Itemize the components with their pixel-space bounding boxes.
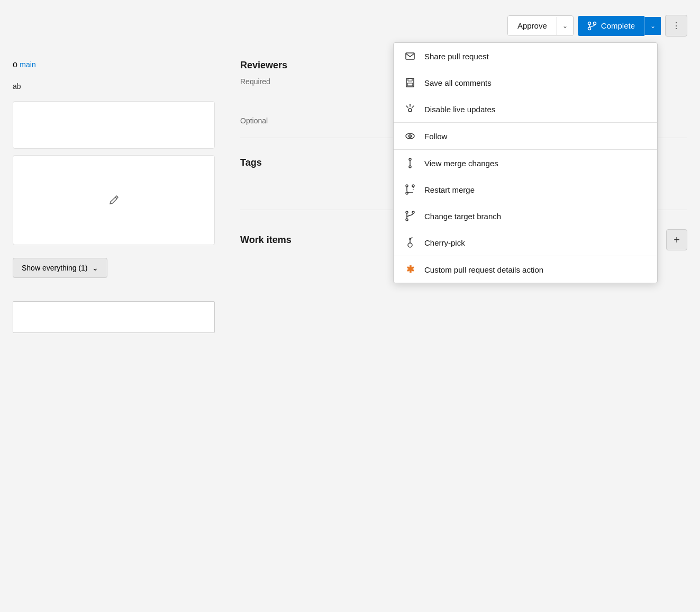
menu-item-custom-action[interactable]: ✱ Custom pull request details action bbox=[394, 256, 657, 283]
show-everything-label: Show everything (1) bbox=[22, 264, 88, 272]
asterisk-icon: ✱ bbox=[404, 264, 416, 275]
approve-chevron-button[interactable]: ⌄ bbox=[557, 17, 573, 35]
menu-label-change-target: Change target branch bbox=[424, 212, 501, 221]
tab-label: ab bbox=[0, 78, 228, 95]
branch-icon bbox=[404, 210, 416, 222]
menu-label-disable-live: Disable live updates bbox=[424, 105, 495, 114]
menu-item-view-merge[interactable]: View merge changes bbox=[394, 150, 657, 176]
work-items-title: Work items bbox=[240, 235, 292, 246]
svg-rect-3 bbox=[406, 53, 414, 59]
svg-point-11 bbox=[410, 136, 411, 137]
svg-point-0 bbox=[588, 22, 590, 24]
eye-icon bbox=[404, 130, 416, 142]
git-branch-icon bbox=[587, 21, 597, 31]
dropdown-menu: Share pull request Save all comments Dis… bbox=[393, 42, 658, 283]
complete-button[interactable]: Complete bbox=[578, 16, 644, 36]
show-everything-chevron: ⌄ bbox=[92, 264, 98, 272]
menu-item-change-target[interactable]: Change target branch bbox=[394, 203, 657, 229]
svg-point-19 bbox=[406, 219, 408, 221]
menu-item-disable-live[interactable]: Disable live updates bbox=[394, 96, 657, 122]
menu-label-restart-merge: Restart merge bbox=[424, 185, 475, 194]
menu-item-follow[interactable]: Follow bbox=[394, 123, 657, 149]
complete-label: Complete bbox=[601, 21, 635, 30]
menu-label-view-merge: View merge changes bbox=[424, 159, 498, 168]
svg-point-13 bbox=[409, 166, 411, 168]
chevron-down-icon: ⌄ bbox=[562, 22, 568, 30]
breadcrumb-prefix: o bbox=[13, 60, 20, 69]
menu-item-cherry-pick[interactable]: Cherry-pick bbox=[394, 229, 657, 256]
breadcrumb: o main bbox=[0, 51, 228, 78]
approve-button-group: Approve ⌄ bbox=[507, 15, 574, 36]
menu-item-save-comments[interactable]: Save all comments bbox=[394, 69, 657, 96]
svg-point-15 bbox=[412, 185, 414, 187]
save-icon bbox=[404, 77, 416, 88]
svg-rect-6 bbox=[407, 83, 413, 86]
add-work-item-button[interactable]: + bbox=[666, 229, 687, 250]
more-options-icon: ⋮ bbox=[672, 21, 680, 30]
breadcrumb-link[interactable]: main bbox=[20, 60, 35, 69]
approve-button[interactable]: Approve bbox=[508, 16, 557, 35]
merge-view-icon bbox=[404, 157, 416, 169]
chevron-down-icon-complete: ⌄ bbox=[650, 22, 656, 30]
cherry-pick-icon bbox=[404, 237, 416, 248]
svg-point-12 bbox=[409, 158, 411, 160]
svg-point-20 bbox=[408, 243, 412, 247]
complete-button-group: Complete ⌄ bbox=[578, 16, 661, 36]
edit-icon bbox=[108, 195, 119, 205]
menu-item-share[interactable]: Share pull request bbox=[394, 43, 657, 69]
plus-icon: + bbox=[674, 234, 680, 246]
envelope-icon bbox=[404, 50, 416, 62]
menu-label-cherry-pick: Cherry-pick bbox=[424, 238, 465, 247]
svg-point-2 bbox=[588, 27, 590, 30]
svg-point-18 bbox=[412, 211, 414, 213]
svg-point-1 bbox=[593, 22, 596, 24]
complete-chevron-button[interactable]: ⌄ bbox=[644, 17, 661, 35]
menu-label-follow: Follow bbox=[424, 132, 447, 141]
card-edit bbox=[13, 155, 215, 245]
menu-label-custom-action: Custom pull request details action bbox=[424, 265, 543, 274]
menu-label-save-comments: Save all comments bbox=[424, 78, 492, 87]
more-options-button[interactable]: ⋮ bbox=[665, 15, 687, 37]
svg-point-8 bbox=[410, 104, 411, 105]
svg-point-7 bbox=[408, 109, 412, 112]
svg-point-17 bbox=[406, 211, 408, 213]
restart-merge-icon bbox=[404, 184, 416, 195]
left-panel: o main ab Show everything (1) ⌄ bbox=[0, 51, 228, 339]
text-input[interactable] bbox=[13, 301, 215, 333]
svg-point-14 bbox=[406, 185, 408, 187]
show-everything-button[interactable]: Show everything (1) ⌄ bbox=[13, 258, 107, 278]
menu-item-restart-merge[interactable]: Restart merge bbox=[394, 176, 657, 203]
card-top bbox=[13, 101, 215, 149]
menu-label-share: Share pull request bbox=[424, 52, 489, 61]
live-updates-icon bbox=[404, 103, 416, 115]
